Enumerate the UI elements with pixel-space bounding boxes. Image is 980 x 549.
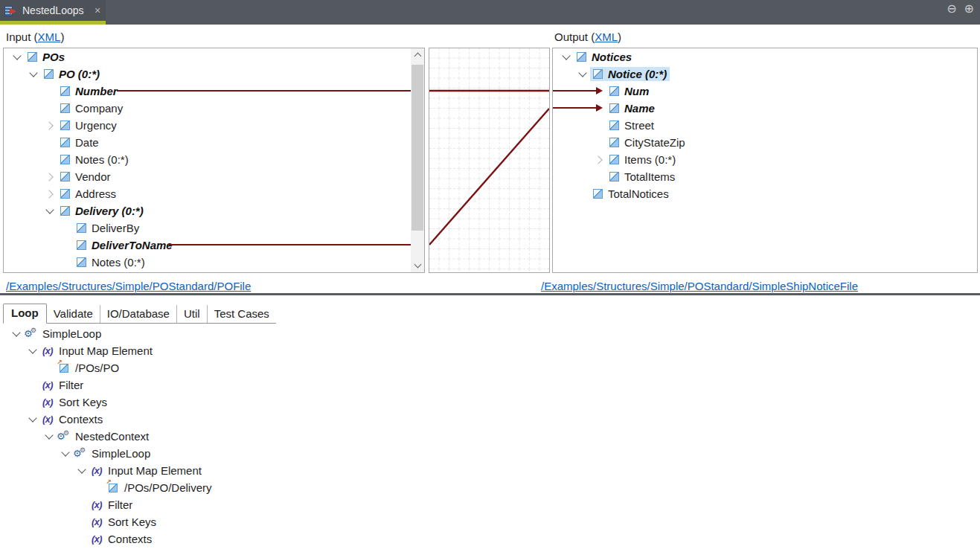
output-xml-link[interactable]: XML xyxy=(595,30,618,43)
tab-util[interactable]: Util xyxy=(177,305,208,323)
tab-loop[interactable]: Loop xyxy=(3,304,47,324)
function-icon: (x) xyxy=(40,380,55,391)
chevron-down-icon[interactable] xyxy=(10,56,25,59)
gears-icon: ⚙⚙ xyxy=(73,448,88,460)
function-icon: (x) xyxy=(89,517,104,527)
loop-node-input-map-element2[interactable]: (x) Input Map Element xyxy=(0,462,980,479)
output-tree-panel: Notices Notice (0:*) Num Name Street Cit… xyxy=(552,48,978,273)
input-panel-header: Input (XML) xyxy=(6,30,64,43)
input-node-pos[interactable]: POs xyxy=(4,48,424,65)
chevron-right-icon[interactable] xyxy=(592,157,606,163)
input-tree: POs PO (0:*) Number Company Urgency Date xyxy=(4,48,424,271)
chevron-down-icon[interactable] xyxy=(74,469,89,472)
loop-node-input-map-element[interactable]: (x) Input Map Element xyxy=(0,342,980,359)
loop-node-contexts[interactable]: (x) Contexts xyxy=(0,411,980,428)
output-node-totalitems[interactable]: TotalItems xyxy=(553,168,977,185)
chevron-right-icon[interactable] xyxy=(42,191,57,197)
input-node-company[interactable]: Company xyxy=(4,100,424,117)
element-icon xyxy=(60,138,70,147)
input-xml-link[interactable]: XML xyxy=(38,30,61,43)
input-tree-panel: POs PO (0:*) Number Company Urgency Date xyxy=(3,48,425,273)
element-icon xyxy=(609,121,619,130)
output-node-num[interactable]: Num xyxy=(553,83,977,100)
element-icon xyxy=(60,206,70,216)
element-icon xyxy=(609,138,619,147)
loop-node-contexts2[interactable]: (x) Contexts xyxy=(0,530,980,548)
input-node-address[interactable]: Address xyxy=(4,185,424,202)
chevron-down-icon[interactable] xyxy=(559,56,574,59)
output-node-citystatezip[interactable]: CityStateZip xyxy=(553,134,977,151)
chevron-down-icon[interactable] xyxy=(42,435,57,438)
chevron-right-icon[interactable] xyxy=(42,123,57,129)
input-node-date[interactable]: Date xyxy=(4,134,424,151)
element-icon xyxy=(77,257,86,267)
output-node-totalnotices[interactable]: TotalNotices xyxy=(553,185,977,202)
output-node-notices[interactable]: Notices xyxy=(553,48,977,65)
document-tab-nestedloops[interactable]: ▶ NestedLoops ✕ xyxy=(0,0,106,25)
input-node-notes[interactable]: Notes (0:*) xyxy=(4,151,424,168)
loop-node-sort-keys2[interactable]: (x) Sort Keys xyxy=(0,513,980,530)
loop-config-tree: ⚙⚙ SimpleLoop (x) Input Map Element ↗ /P… xyxy=(0,325,980,548)
chevron-down-icon[interactable] xyxy=(25,350,40,353)
input-file-link[interactable]: /Examples/Structures/Simple/POStandard/P… xyxy=(6,280,251,292)
function-icon: (x) xyxy=(40,414,55,425)
chevron-down-icon[interactable] xyxy=(58,452,73,455)
output-tree: Notices Notice (0:*) Num Name Street Cit… xyxy=(553,48,977,202)
element-icon xyxy=(609,155,619,164)
loop-node-sort-keys[interactable]: (x) Sort Keys xyxy=(0,394,980,411)
element-icon xyxy=(609,86,619,96)
input-node-notes2[interactable]: Notes (0:*) xyxy=(4,254,424,271)
scroll-up-icon[interactable] xyxy=(411,48,424,62)
element-icon xyxy=(77,223,86,233)
element-icon xyxy=(60,103,70,113)
tab-io-database[interactable]: IO/Database xyxy=(100,305,177,323)
chevron-down-icon[interactable] xyxy=(9,333,24,336)
loop-node-pos-po-delivery[interactable]: ↗ /POs/PO/Delivery xyxy=(0,479,980,496)
input-tree-scrollbar[interactable] xyxy=(411,48,424,272)
chevron-down-icon[interactable] xyxy=(575,73,590,76)
function-icon: (x) xyxy=(89,534,104,545)
output-node-notice[interactable]: Notice (0:*) xyxy=(553,65,977,83)
output-panel-header: Output (XML) xyxy=(554,30,621,43)
output-file-link[interactable]: /Examples/Structures/Simple/POStandard/S… xyxy=(541,280,858,292)
tab-test-cases[interactable]: Test Cases xyxy=(208,305,276,323)
loop-node-filter[interactable]: (x) Filter xyxy=(0,376,980,394)
element-icon xyxy=(60,121,70,130)
active-tab-accent xyxy=(0,21,106,25)
input-node-deliverby[interactable]: DeliverBy xyxy=(4,219,424,237)
loop-node-simpleloop[interactable]: ⚙⚙ SimpleLoop xyxy=(0,325,980,342)
horizontal-splitter[interactable] xyxy=(0,293,980,295)
element-icon xyxy=(60,86,70,96)
chevron-down-icon[interactable] xyxy=(26,73,41,76)
input-node-po[interactable]: PO (0:*) xyxy=(4,65,424,83)
output-node-name[interactable]: Name xyxy=(553,100,977,117)
loop-node-nestedcontext[interactable]: ⚙⚙ NestedContext xyxy=(0,428,980,445)
tab-validate[interactable]: Validate xyxy=(47,305,100,323)
scrollbar-thumb[interactable] xyxy=(411,65,423,231)
close-tab-icon[interactable]: ✕ xyxy=(95,6,101,16)
loop-node-simpleloop2[interactable]: ⚙⚙ SimpleLoop xyxy=(0,445,980,462)
map-element-icon: ↗ xyxy=(106,484,121,492)
output-node-street[interactable]: Street xyxy=(553,117,977,134)
chevron-down-icon[interactable] xyxy=(25,418,40,421)
loop-node-filter2[interactable]: (x) Filter xyxy=(0,496,980,513)
mapping-file-icon: ▶ xyxy=(4,5,18,16)
input-node-delivery[interactable]: Delivery (0:*) xyxy=(4,202,424,219)
element-icon xyxy=(577,52,586,62)
input-node-vendor[interactable]: Vendor xyxy=(4,168,424,185)
expand-icon[interactable]: ⊕ xyxy=(964,2,974,16)
element-icon xyxy=(593,69,603,79)
mapping-canvas xyxy=(429,48,550,273)
chevron-down-icon[interactable] xyxy=(42,210,57,213)
loop-node-pos-po[interactable]: ↗ /POs/PO xyxy=(0,359,980,376)
gears-icon: ⚙⚙ xyxy=(57,431,71,443)
element-icon xyxy=(593,189,603,199)
output-node-items[interactable]: Items (0:*) xyxy=(553,151,977,168)
bottom-tab-strip: Loop Validate IO/Database Util Test Case… xyxy=(3,304,276,324)
input-node-urgency[interactable]: Urgency xyxy=(4,117,424,134)
element-icon xyxy=(60,155,70,164)
function-icon: (x) xyxy=(89,466,104,476)
collapse-icon[interactable]: ⊖ xyxy=(947,2,956,16)
chevron-right-icon[interactable] xyxy=(42,174,57,180)
scroll-down-icon[interactable] xyxy=(411,259,424,272)
